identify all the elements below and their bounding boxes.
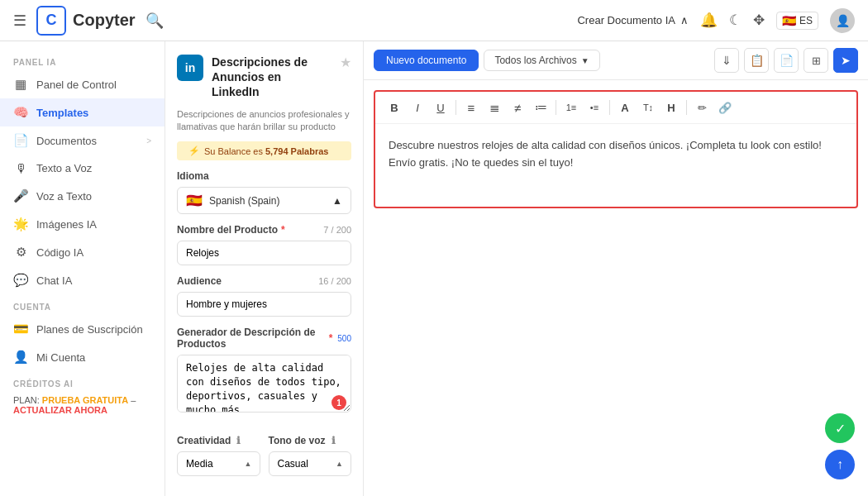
- italic-button[interactable]: I: [407, 97, 428, 118]
- generador-required: *: [329, 332, 333, 344]
- bell-icon[interactable]: 🔔: [700, 12, 718, 29]
- sidebar-item-planes[interactable]: 💳 Planes de Suscripción: [0, 315, 165, 343]
- idioma-chevron-icon: ▲: [332, 195, 342, 207]
- search-icon[interactable]: 🔍: [145, 12, 164, 30]
- avatar[interactable]: 👤: [830, 8, 855, 33]
- sidebar-item-codigo-ia[interactable]: ⚙ Código IA: [0, 238, 165, 266]
- heading-button[interactable]: H: [661, 97, 682, 118]
- fmt-separator-4: [686, 100, 687, 115]
- sidebar-item-imagenes-ia[interactable]: 🌟 Imágenes IA: [0, 210, 165, 238]
- sidebar-label-texto-voz: Texto a Voz: [36, 162, 92, 174]
- editor-area: B I U ≡ ≣ ≠ ≔ 1≡ •≡ A T↕ H ✏: [364, 80, 868, 496]
- generador-textarea[interactable]: Relojes de alta calidad con diseños de t…: [177, 355, 351, 413]
- ordered-list-button[interactable]: 1≡: [560, 97, 582, 118]
- logo-text: Copyter: [73, 11, 136, 30]
- sidebar-item-chat-ia[interactable]: 💬 Chat IA: [0, 266, 165, 294]
- font-color-button[interactable]: A: [614, 97, 636, 118]
- font-size-button[interactable]: T↕: [637, 97, 659, 118]
- sidebar-section-panel-ia: PANEL IA: [0, 50, 165, 70]
- sidebar-item-templates[interactable]: 🧠 Templates: [0, 98, 165, 126]
- sidebar-item-texto-voz[interactable]: 🎙 Texto a Voz: [0, 155, 165, 182]
- copy-rich-button[interactable]: 📄: [774, 48, 799, 73]
- send-icon: ➤: [841, 54, 851, 67]
- idioma-value: Spanish (Spain): [209, 195, 326, 207]
- user-icon: 👤: [13, 350, 28, 365]
- logo: C Copyter: [36, 6, 136, 36]
- expand-icon[interactable]: ✥: [753, 12, 765, 29]
- mic-icon: 🎙: [13, 161, 28, 175]
- download-button[interactable]: ⇓: [714, 48, 739, 73]
- unordered-list-button[interactable]: •≡: [584, 97, 605, 118]
- audience-label: Audience 16 / 200: [177, 275, 351, 287]
- plan-upgrade-link[interactable]: ACTUALIZAR AHORA: [13, 405, 107, 415]
- sidebar-item-panel-control[interactable]: ▦ Panel de Control: [0, 70, 165, 98]
- send-button[interactable]: ➤: [833, 48, 858, 73]
- editor-content[interactable]: Descubre nuestros relojes de alta calida…: [375, 124, 856, 207]
- balance-badge: ⚡ Su Balance es 5,794 Palabras: [177, 141, 351, 160]
- audience-input[interactable]: [177, 292, 351, 317]
- sidebar-item-mi-cuenta[interactable]: 👤 Mi Cuenta: [0, 343, 165, 371]
- middle-header: in Descripciones de Anuncios en LinkedIn…: [165, 41, 363, 108]
- balance-text: Su Balance es 5,794 Palabras: [204, 146, 328, 156]
- sidebar-label-imagenes-ia: Imágenes IA: [36, 218, 97, 231]
- menu-icon[interactable]: ☰: [13, 12, 26, 30]
- moon-icon[interactable]: ☾: [729, 12, 742, 29]
- nombre-producto-input[interactable]: [177, 241, 351, 265]
- generador-label: Generador de Descripción de Productos*50…: [177, 327, 351, 350]
- align-right-button[interactable]: ≠: [507, 97, 528, 118]
- plan-info: PLAN: PRUEBA GRATUITA – ACTUALIZAR AHORA: [0, 392, 165, 423]
- chevron-right-icon: >: [146, 136, 151, 145]
- plan-text: PLAN: PRUEBA GRATUITA – ACTUALIZAR AHORA: [13, 395, 151, 415]
- align-justify-button[interactable]: ≔: [530, 97, 551, 118]
- underline-button[interactable]: U: [430, 97, 451, 118]
- creatividad-select[interactable]: Media: [177, 451, 260, 476]
- favorite-star-icon[interactable]: ★: [340, 55, 351, 70]
- align-left-button[interactable]: ≡: [460, 97, 482, 118]
- audience-counter: 16 / 200: [318, 276, 351, 286]
- copy-plain-button[interactable]: 📋: [744, 48, 769, 73]
- scroll-up-button[interactable]: ↑: [825, 450, 855, 479]
- tono-select[interactable]: Casual: [269, 451, 352, 476]
- files-label: Todos los Archivos: [494, 55, 576, 66]
- template-title: Descripciones de Anuncios en LinkedIn: [212, 55, 331, 100]
- highlight-button[interactable]: ✏: [691, 97, 713, 118]
- language-selector[interactable]: 🇪🇸 ES: [776, 12, 818, 30]
- check-button[interactable]: ✓: [825, 413, 855, 443]
- bold-button[interactable]: B: [384, 97, 405, 118]
- mic2-icon: 🎤: [13, 188, 28, 203]
- tono-field: Tono de voz ℹ Casual: [269, 425, 352, 476]
- grid-icon: ▦: [13, 77, 28, 92]
- sidebar-label-panel-control: Panel de Control: [36, 79, 117, 91]
- idioma-select[interactable]: 🇪🇸 Spanish (Spain) ▲: [177, 187, 351, 214]
- up-arrow-icon: ↑: [837, 457, 843, 472]
- required-marker: *: [281, 224, 285, 236]
- form-section: Idioma 🇪🇸 Spanish (Spain) ▲ Nombre del P…: [165, 170, 363, 476]
- creatividad-select-wrapper: Media: [177, 451, 260, 476]
- tono-select-wrapper: Casual: [269, 451, 352, 476]
- idioma-label: Idioma: [177, 170, 351, 182]
- files-dropdown-button[interactable]: Todos los Archivos ▼: [484, 50, 599, 71]
- spain-flag-icon: 🇪🇸: [186, 193, 203, 208]
- sidebar-section-creditos: CRÉDITOS AI: [0, 371, 165, 392]
- generador-max: 500: [337, 334, 351, 343]
- main-layout: PANEL IA ▦ Panel de Control 🧠 Templates …: [0, 41, 868, 496]
- create-doc-button[interactable]: Crear Documento IA ∧: [577, 14, 689, 26]
- right-panel: Nuevo documento Todos los Archivos ▼ ⇓ 📋…: [364, 41, 868, 496]
- sidebar-label-templates: Templates: [36, 107, 88, 119]
- lightning-icon: ⚡: [188, 145, 200, 156]
- create-doc-label: Crear Documento IA: [577, 14, 675, 26]
- grid-view-button[interactable]: ⊞: [804, 48, 828, 73]
- grid-icon: ⊞: [812, 55, 821, 67]
- plan-separator: –: [128, 395, 136, 405]
- sidebar-item-documentos[interactable]: 📄 Documentos >: [0, 126, 165, 155]
- sidebar: PANEL IA ▦ Panel de Control 🧠 Templates …: [0, 41, 165, 496]
- camera-icon: 🌟: [13, 217, 28, 231]
- sidebar-item-voz-texto[interactable]: 🎤 Voz a Texto: [0, 182, 165, 210]
- new-doc-button[interactable]: Nuevo documento: [374, 50, 479, 71]
- link-button[interactable]: 🔗: [714, 97, 736, 118]
- align-center-button[interactable]: ≣: [484, 97, 505, 118]
- template-description: Descripciones de anuncios profesionales …: [165, 108, 363, 142]
- creatividad-info-icon: ℹ: [236, 435, 241, 446]
- fmt-separator-2: [556, 100, 556, 115]
- fmt-separator-1: [455, 100, 456, 115]
